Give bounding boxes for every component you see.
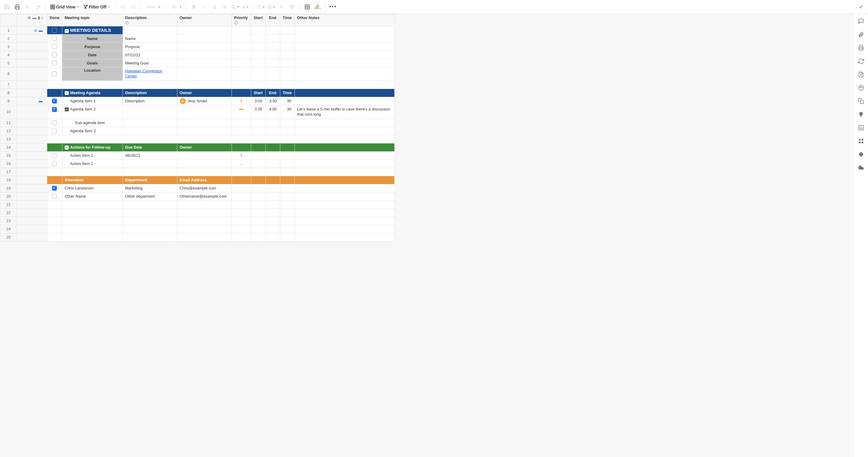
checkbox[interactable] xyxy=(52,44,57,49)
collapse-panel-button[interactable] xyxy=(857,2,866,11)
subheader[interactable]: Owner xyxy=(177,143,231,151)
row-number[interactable]: 5 xyxy=(0,59,17,67)
checkbox[interactable] xyxy=(52,153,57,158)
end-cell[interactable]: 3:30 xyxy=(266,97,280,105)
row-number[interactable]: 9 xyxy=(0,97,17,105)
view-selector[interactable]: Grid View ▼ xyxy=(49,2,81,11)
time-cell[interactable]: 30 xyxy=(280,97,294,105)
table-row[interactable]: 10 −Agenda Item 2 ▬ 3:35 4:05 30 Let's l… xyxy=(0,105,395,119)
notes-cell[interactable] xyxy=(294,97,394,105)
priority-cell[interactable]: ! xyxy=(231,151,251,159)
section-header-cell[interactable]: −Actions for Follow-up xyxy=(62,143,123,151)
table-row[interactable]: 6 Location Hawaiian Convention Center xyxy=(0,67,395,81)
redo-button[interactable] xyxy=(33,2,42,11)
checkbox[interactable] xyxy=(52,129,57,133)
bold-button[interactable]: B xyxy=(189,2,198,11)
done-cell[interactable] xyxy=(47,34,62,43)
row-number[interactable]: 20 xyxy=(0,192,17,200)
row-number[interactable]: 4 xyxy=(0,51,17,59)
table-row[interactable]: 14 −Actions for Follow-up Due Date Owner xyxy=(0,143,395,151)
table-row[interactable]: 17 xyxy=(0,167,395,176)
row-number[interactable]: 1 xyxy=(0,26,17,34)
collapse-icon[interactable]: − xyxy=(65,91,69,95)
diamond-button[interactable] xyxy=(858,151,865,158)
done-cell[interactable] xyxy=(47,26,62,34)
row-number[interactable]: 24 xyxy=(0,225,17,233)
checkbox[interactable] xyxy=(52,107,57,112)
owner-cell[interactable] xyxy=(177,105,231,119)
section-header-cell[interactable]: Attendees xyxy=(62,176,123,184)
corner-cell[interactable] xyxy=(0,14,17,26)
row-number[interactable]: 10 xyxy=(0,105,17,119)
indent-button[interactable] xyxy=(129,2,138,11)
col-desc[interactable]: Descriptioni xyxy=(123,14,177,26)
comment-icon[interactable]: ▬ xyxy=(39,99,43,103)
save-button[interactable] xyxy=(2,2,11,11)
attendee-name[interactable]: Chris Landstrom xyxy=(62,184,123,192)
attachments-panel-button[interactable] xyxy=(858,31,865,38)
row-number[interactable]: 2 xyxy=(0,34,17,43)
topic-cell[interactable]: Sub-agenda item xyxy=(62,119,123,127)
print-button[interactable] xyxy=(13,2,22,11)
italic-button[interactable]: I xyxy=(200,2,209,11)
col-owner[interactable]: Owner xyxy=(177,14,231,26)
table-row[interactable]: 2 Name Name xyxy=(0,34,395,43)
table-row[interactable]: 24 xyxy=(0,225,395,233)
time-cell[interactable]: 30 xyxy=(280,105,294,119)
attendee-dept[interactable]: Other deparment xyxy=(123,192,177,200)
idea-button[interactable] xyxy=(858,111,865,118)
row-number[interactable]: 17 xyxy=(0,167,17,176)
format-painter-button[interactable] xyxy=(287,2,296,11)
location-link[interactable]: Hawaiian Convention Center xyxy=(125,69,162,79)
chart-button[interactable] xyxy=(858,124,865,131)
fontsize-selector[interactable]: 10▼ xyxy=(168,2,183,11)
comments-panel-button[interactable] xyxy=(858,18,865,25)
collapse-icon[interactable]: − xyxy=(65,108,69,111)
topic-cell[interactable]: Action Item 1 xyxy=(62,151,123,159)
checkbox[interactable] xyxy=(52,186,57,191)
col-done[interactable]: Done xyxy=(47,14,62,26)
table-row[interactable]: 5 Goals Meeting Goal xyxy=(0,59,395,67)
table-row[interactable]: 3 Purpose Purpose xyxy=(0,43,395,51)
detail-value[interactable]: Hawaiian Convention Center xyxy=(123,67,177,81)
row-number[interactable]: 13 xyxy=(0,135,17,143)
row-number[interactable]: 6 xyxy=(0,67,17,81)
topic-cell[interactable]: −Agenda Item 2 xyxy=(62,105,123,119)
comment-icon[interactable]: ▬ xyxy=(39,28,43,33)
table-row[interactable]: 12 Agenda Item 3 xyxy=(0,127,395,135)
detail-label[interactable]: Date xyxy=(62,51,123,59)
detail-value[interactable]: 07/22/21 xyxy=(123,51,177,59)
checkbox[interactable] xyxy=(52,52,57,57)
row-number[interactable]: 8 xyxy=(0,89,17,97)
underline-button[interactable]: U xyxy=(210,2,219,11)
checkbox[interactable] xyxy=(52,28,57,33)
refresh-button[interactable] xyxy=(858,58,865,65)
col-notes[interactable]: Other Notes xyxy=(294,14,394,26)
col-end[interactable]: End xyxy=(266,14,280,26)
row-number[interactable]: 18 xyxy=(0,176,17,184)
checkbox[interactable] xyxy=(52,61,57,65)
table-row[interactable]: 16 Action Item 2 ↓ xyxy=(0,159,395,167)
attendee-dept[interactable]: Marketing xyxy=(123,184,177,192)
notes-cell[interactable]: Let's leave a 5-min buffer in case there… xyxy=(294,105,394,119)
valign-button[interactable]: ▼ xyxy=(267,2,276,11)
row-number[interactable]: 16 xyxy=(0,159,17,167)
attendee-name[interactable]: Other Name xyxy=(62,192,123,200)
collapse-icon[interactable]: − xyxy=(65,29,69,33)
topic-cell[interactable]: Action Item 2 xyxy=(62,159,123,167)
priority-cell[interactable]: ! xyxy=(231,97,251,105)
table-row[interactable]: 25 xyxy=(0,233,395,241)
export-button[interactable] xyxy=(858,71,865,78)
row-number[interactable]: 7 xyxy=(0,81,17,89)
subheader[interactable]: Owner xyxy=(177,89,231,97)
strikethrough-button[interactable]: S xyxy=(220,2,229,11)
collapse-icon[interactable]: − xyxy=(65,146,69,150)
table-row[interactable]: 8 −Meeting Agenda Description Owner Star… xyxy=(0,89,395,97)
topic-cell[interactable]: Agenda Item 3 xyxy=(62,127,123,135)
filter-selector[interactable]: Filter Off ▼ xyxy=(82,2,112,11)
row-number[interactable]: 23 xyxy=(0,217,17,225)
detail-label[interactable]: Purpose xyxy=(62,43,123,51)
row-number[interactable]: 22 xyxy=(0,209,17,217)
font-selector[interactable]: Arial▼ xyxy=(144,2,162,11)
more-button[interactable]: ••• xyxy=(329,2,337,11)
